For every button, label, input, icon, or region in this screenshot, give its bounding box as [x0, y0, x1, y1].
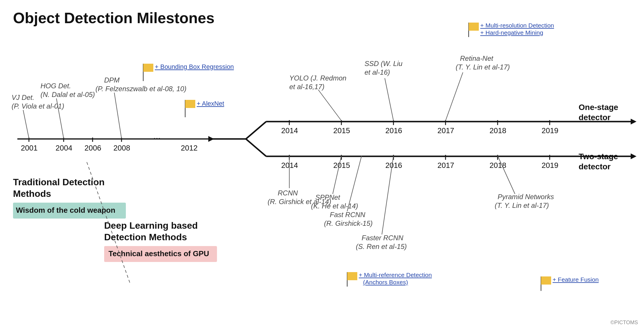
svg-text:2012: 2012: [181, 144, 198, 152]
svg-text:et al-16): et al-16): [365, 68, 390, 76]
svg-text:(R. Girshick-15): (R. Girshick-15): [324, 219, 373, 227]
svg-text:(N. Dalal et al-05): (N. Dalal et al-05): [41, 91, 95, 98]
svg-text:2008: 2008: [113, 144, 130, 152]
svg-text:Deep Learning based: Deep Learning based: [104, 220, 198, 231]
svg-text:Methods: Methods: [13, 188, 51, 199]
svg-text:2004: 2004: [56, 144, 72, 152]
svg-line-12: [23, 110, 29, 138]
svg-text:Traditional Detection: Traditional Detection: [13, 177, 104, 187]
svg-rect-25: [185, 100, 195, 108]
svg-text:Wisdom of the cold weapon: Wisdom of the cold weapon: [16, 206, 115, 214]
svg-text:Pyramid Networks: Pyramid Networks: [498, 193, 554, 201]
svg-text:One-stage: One-stage: [579, 103, 618, 112]
svg-text:2016: 2016: [385, 126, 402, 135]
svg-line-29: [246, 139, 266, 156]
page-container: Object Detection Milestones 2001 2004 20…: [0, 0, 644, 330]
svg-text:+ Hard-negative Mining: + Hard-negative Mining: [480, 29, 543, 36]
svg-text:(P. Felzenszwalb et al-08, 10): (P. Felzenszwalb et al-08, 10): [95, 85, 186, 93]
svg-text:+ Bounding Box Regression: + Bounding Box Regression: [155, 63, 234, 70]
svg-text:DPM: DPM: [104, 76, 119, 84]
svg-text:2018: 2018: [490, 161, 506, 170]
svg-marker-31: [631, 119, 636, 124]
svg-text:Faster RCNN: Faster RCNN: [362, 234, 404, 242]
svg-marker-60: [631, 153, 636, 159]
page-title: Object Detection Milestones: [13, 10, 214, 26]
svg-text:(Anchors Boxes): (Anchors Boxes): [363, 279, 408, 285]
svg-text:(T. Y. Lin et al-17): (T. Y. Lin et al-17): [495, 201, 549, 209]
svg-text:©PICTOMS: ©PICTOMS: [610, 320, 638, 325]
svg-text:2017: 2017: [437, 161, 454, 170]
svg-text:2015: 2015: [333, 161, 350, 170]
svg-line-49: [385, 78, 393, 121]
svg-text:+ Feature Fusion: + Feature Fusion: [553, 276, 599, 283]
svg-text:Retina-Net: Retina-Net: [460, 54, 494, 62]
svg-line-28: [246, 122, 266, 139]
diagram-svg: Object Detection Milestones 2001 2004 20…: [0, 0, 644, 330]
svg-text:2001: 2001: [21, 144, 38, 152]
svg-line-46: [318, 90, 341, 121]
svg-text:detector: detector: [579, 162, 611, 171]
svg-text:+ Multi-reference Detection: + Multi-reference Detection: [359, 272, 432, 278]
svg-line-52: [446, 72, 463, 121]
svg-text:(P. Viola et al-01): (P. Viola et al-01): [12, 102, 64, 110]
svg-text:(T. Y. Lin et al-17): (T. Y. Lin et al-17): [456, 63, 510, 71]
svg-text:2016: 2016: [385, 161, 402, 170]
svg-text:HOG Det.: HOG Det.: [41, 82, 71, 90]
svg-text:et al-16,17): et al-16,17): [289, 83, 324, 91]
svg-text:2018: 2018: [490, 126, 506, 135]
svg-text:2006: 2006: [84, 144, 101, 152]
svg-text:RCNN: RCNN: [278, 189, 298, 197]
svg-line-18: [114, 93, 122, 138]
svg-text:2019: 2019: [542, 161, 558, 170]
svg-text:Two-stage: Two-stage: [579, 152, 618, 161]
svg-text:+ Multi-resolution Detection: + Multi-resolution Detection: [480, 22, 554, 29]
svg-text:2017: 2017: [437, 126, 454, 135]
svg-text:Fast RCNN: Fast RCNN: [330, 211, 365, 219]
svg-text:Detection Methods: Detection Methods: [104, 232, 187, 242]
svg-text:SPPNet: SPPNet: [315, 193, 341, 201]
svg-text:(K. He et al-14): (K. He et al-14): [311, 202, 358, 210]
svg-text:YOLO (J. Redmon: YOLO (J. Redmon: [289, 74, 346, 82]
svg-text:SSD (W. Liu: SSD (W. Liu: [365, 60, 402, 67]
svg-text:...: ...: [153, 131, 161, 141]
svg-rect-22: [143, 64, 153, 72]
svg-rect-56: [469, 23, 479, 31]
svg-text:VJ Det.: VJ Det.: [12, 94, 34, 101]
svg-rect-95: [541, 276, 551, 285]
svg-text:+ AlexNet: + AlexNet: [197, 100, 224, 107]
svg-text:2015: 2015: [333, 126, 350, 135]
svg-text:Technical aesthetics of GPU: Technical aesthetics of GPU: [108, 249, 209, 258]
svg-text:(S. Ren et al-15): (S. Ren et al-15): [356, 243, 407, 250]
svg-text:2014: 2014: [281, 126, 298, 135]
svg-rect-91: [347, 272, 357, 280]
svg-text:detector: detector: [579, 113, 611, 122]
svg-text:2019: 2019: [542, 126, 558, 135]
svg-line-87: [498, 156, 515, 194]
